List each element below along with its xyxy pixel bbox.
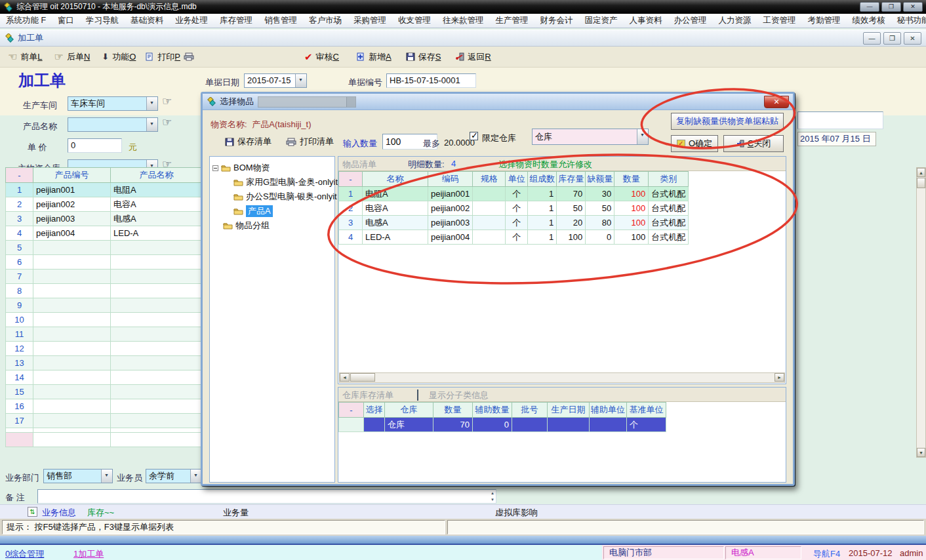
show-subclass-checkbox[interactable] xyxy=(417,390,418,401)
background-field-input[interactable] xyxy=(797,111,883,129)
table-row[interactable]: 16 xyxy=(6,399,203,414)
menu-item[interactable]: 基础资料 xyxy=(125,15,169,26)
chevron-down-icon[interactable] xyxy=(190,470,201,483)
menu-item[interactable]: 往来款管理 xyxy=(437,15,490,26)
menu-item[interactable]: 办公管理 xyxy=(668,15,713,26)
table-row[interactable]: 7 xyxy=(6,270,203,284)
copy-shortage-button[interactable]: 复制缺额量供物资单据粘贴 xyxy=(671,113,784,130)
vertical-scrollbar[interactable]: ▲ ▼ xyxy=(916,167,926,458)
table-row[interactable]: 5 xyxy=(6,241,203,255)
table-row[interactable]: 14 xyxy=(6,370,203,385)
save-button[interactable]: 保存S xyxy=(406,51,441,63)
status-nav-f4[interactable]: 导航F4 xyxy=(813,548,840,560)
tree-node-selected[interactable]: 产品A xyxy=(233,205,273,217)
table-row[interactable]: 13 xyxy=(6,356,203,370)
table-row[interactable]: 15 xyxy=(6,385,203,399)
limit-warehouse-checkbox[interactable] xyxy=(470,132,478,140)
menu-item[interactable]: 学习导航 xyxy=(80,15,125,26)
stock-row[interactable]: 仓库 70 0 个 xyxy=(339,418,666,432)
picker-finger-icon[interactable] xyxy=(162,115,172,129)
mdi-restore-icon[interactable]: ❐ xyxy=(883,32,901,45)
dialog-close-icon[interactable]: ✕ xyxy=(764,96,789,108)
refresh-icon[interactable]: ⇅ xyxy=(28,507,37,517)
scroll-right-icon[interactable]: ► xyxy=(775,373,784,382)
tab-processing-order[interactable]: 加工单 xyxy=(18,32,43,44)
tree-collapse-icon[interactable] xyxy=(212,165,218,171)
table-row[interactable]: 4LED-Apeijian004个11000100台式机配 xyxy=(339,230,689,245)
scroll-thumb[interactable] xyxy=(350,373,375,382)
dialog-titlebar[interactable]: 选择物品 ✕ xyxy=(203,94,793,110)
tree-node-root[interactable]: BOM物资 xyxy=(212,162,270,174)
unit-price-input[interactable]: 0 xyxy=(68,138,122,153)
prev-doc-button[interactable]: ☜ 前单L xyxy=(8,50,43,63)
chevron-down-icon[interactable] xyxy=(101,470,112,483)
status-nav-main[interactable]: 0综合管理 xyxy=(5,548,44,560)
menu-item[interactable]: 人事资料 xyxy=(624,15,668,26)
menu-item[interactable]: 收支管理 xyxy=(392,15,437,26)
chevron-down-icon[interactable] xyxy=(295,74,306,87)
close-dialog-button[interactable]: C关闭 xyxy=(723,135,784,152)
table-row[interactable]: 12 xyxy=(6,342,203,356)
next-doc-button[interactable]: ☞ 后单N xyxy=(54,50,91,63)
menu-item[interactable]: 绩效考核 xyxy=(847,15,891,26)
audit-button[interactable]: ✔ 审核C xyxy=(304,51,339,63)
menu-item[interactable]: 系统功能 F xyxy=(0,15,52,26)
dept-select[interactable]: 销售部 xyxy=(43,469,113,483)
workshop-select[interactable]: 车床车间 xyxy=(68,96,158,111)
table-row[interactable]: 2电容Apeijian002个15050100台式机配 xyxy=(339,201,689,216)
remark-spinner-icon[interactable]: ▲▼ xyxy=(489,490,496,503)
chevron-down-icon[interactable] xyxy=(146,118,157,131)
table-row[interactable]: 4peijian004LED-A xyxy=(6,226,203,241)
business-info-link[interactable]: 业务信息 xyxy=(42,507,76,519)
table-row[interactable]: 2peijian002电容A xyxy=(6,197,203,212)
items-horizontal-scrollbar[interactable]: ◄ ► xyxy=(339,372,785,383)
table-row[interactable]: 9 xyxy=(6,298,203,313)
menu-item[interactable]: 库存管理 xyxy=(214,15,258,26)
remark-input[interactable] xyxy=(37,489,496,504)
menu-item[interactable]: 秘书功能 xyxy=(891,15,926,26)
table-row[interactable]: 10 xyxy=(6,313,203,327)
table-row[interactable]: 17 xyxy=(6,414,203,428)
back-button[interactable]: 返回R xyxy=(455,51,491,63)
menu-item[interactable]: 考勤管理 xyxy=(802,15,847,26)
chevron-down-icon[interactable] xyxy=(146,97,157,110)
chevron-down-icon[interactable] xyxy=(637,129,648,144)
warehouse-select[interactable]: 仓库 xyxy=(532,129,649,145)
tree-node-child[interactable]: 办公S型电脑-银奥-onlyit xyxy=(233,191,337,203)
menu-item[interactable]: 固定资产 xyxy=(579,15,624,26)
clerk-select[interactable]: 余学前 xyxy=(146,469,202,483)
menu-item[interactable]: 窗口 xyxy=(52,15,80,26)
table-row[interactable]: 11 xyxy=(6,327,203,342)
mdi-close-icon[interactable]: ✕ xyxy=(904,32,921,45)
cn-date-field[interactable]: 2015 年07 月15 日 xyxy=(797,132,876,146)
mdi-minimize-icon[interactable]: — xyxy=(863,32,881,45)
tree-node-child[interactable]: 家用G型电脑-金奥-onlyit xyxy=(233,176,338,188)
save-list-button[interactable]: 保存清单 xyxy=(225,136,272,148)
close-icon[interactable]: ✕ xyxy=(903,2,923,12)
menu-item[interactable]: 采购管理 xyxy=(348,15,392,26)
tree-node-groups[interactable]: 物品分组 xyxy=(223,220,270,231)
add-new-button[interactable]: 新增A xyxy=(356,51,392,63)
menu-item[interactable]: 财务会计 xyxy=(534,15,579,26)
function-menu-button[interactable]: ⬇ 功能O xyxy=(102,51,136,63)
menu-item[interactable]: 销售管理 xyxy=(258,15,303,26)
scroll-down-icon[interactable]: ▼ xyxy=(917,448,925,457)
status-nav-doc[interactable]: 1加工单 xyxy=(73,548,104,560)
minimize-icon[interactable]: — xyxy=(860,2,879,12)
picker-finger-icon[interactable] xyxy=(162,94,172,108)
table-row[interactable]: 1peijian001电阻A xyxy=(6,183,203,197)
scroll-up-icon[interactable]: ▲ xyxy=(917,168,925,177)
product-select[interactable] xyxy=(68,117,158,132)
menu-item[interactable]: 人力资源 xyxy=(713,15,757,26)
menu-item[interactable]: 客户市场 xyxy=(303,15,348,26)
doc-date-select[interactable]: 2015-07-15 xyxy=(244,73,307,88)
scroll-thumb[interactable] xyxy=(917,178,925,188)
table-row[interactable]: 3peijian003电感A xyxy=(6,212,203,226)
print-list-button[interactable]: 打印清单 xyxy=(286,136,334,148)
scroll-left-icon[interactable]: ◄ xyxy=(340,373,350,382)
menu-item[interactable]: 业务处理 xyxy=(169,15,214,26)
table-row[interactable]: 6 xyxy=(6,255,203,270)
menu-item[interactable]: 工资管理 xyxy=(757,15,802,26)
restore-icon[interactable]: ❐ xyxy=(881,2,901,12)
print-button[interactable]: 打印P xyxy=(145,51,194,63)
